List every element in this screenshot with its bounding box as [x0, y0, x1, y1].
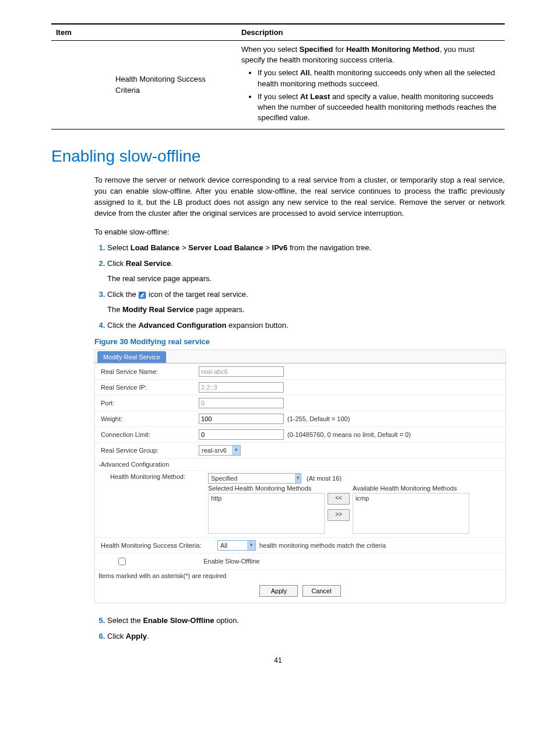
col-header-description: Description — [237, 24, 505, 41]
label-real-service-ip: Real Service IP: — [98, 384, 199, 391]
select-health-monitoring-method[interactable]: Specified▾ — [208, 473, 301, 484]
label-weight: Weight: — [98, 415, 199, 422]
col-header-item: Item — [51, 24, 237, 41]
hint-weight: (1-255, Default = 100) — [287, 415, 350, 422]
required-fields-note: Items marked with an asterisk(*) are req… — [95, 569, 505, 582]
label-real-service-group: Real Service Group: — [98, 447, 199, 454]
description-table: Item Description Health Monitoring Succe… — [51, 23, 505, 130]
apply-button[interactable]: Apply — [259, 585, 298, 597]
step-1: Select Load Balance > Server Load Balanc… — [107, 242, 505, 254]
move-right-button[interactable]: >> — [328, 509, 350, 521]
row-item-label: Health Monitoring Success Criteria — [51, 41, 237, 130]
figure-caption: Figure 30 Modifying real service — [94, 337, 505, 346]
procedure-intro: To enable slow-offline: — [94, 228, 505, 236]
selected-methods-list[interactable]: http — [208, 493, 325, 534]
label-connection-limit: Connection Limit: — [98, 431, 199, 438]
input-real-service-ip[interactable] — [199, 382, 284, 393]
modify-real-service-form: Modify Real Service Real Service Name: R… — [94, 349, 506, 603]
select-real-service-group[interactable]: real-srv6▾ — [199, 445, 241, 456]
section-heading: Enabling slow-offline — [51, 147, 505, 166]
label-success-criteria: Health Monitoring Success Criteria: — [98, 542, 217, 549]
step-4: Click the Advanced Configuration expansi… — [107, 320, 505, 331]
list-item[interactable]: icmp — [356, 495, 466, 502]
intro-paragraph: To remove the server or network device c… — [94, 175, 505, 219]
move-left-button[interactable]: << — [328, 493, 350, 505]
hint-hmm: (At most 16) — [307, 475, 342, 482]
step-2: Click Real Service. The real service pag… — [107, 258, 505, 284]
selected-methods-title: Selected Health Monitoring Methods — [208, 485, 325, 492]
step-3: Click the icon of the target real servic… — [107, 289, 505, 315]
label-health-monitoring-method: Health Monitoring Method: — [98, 473, 208, 480]
advanced-configuration-toggle[interactable]: -Advanced Configuration — [95, 458, 505, 470]
tab-modify-real-service[interactable]: Modify Real Service — [97, 351, 166, 363]
step-6: Click Apply. — [107, 631, 505, 642]
input-weight[interactable] — [199, 414, 284, 424]
label-real-service-name: Real Service Name: — [98, 368, 199, 375]
cancel-button[interactable]: Cancel — [302, 585, 341, 597]
row-item-description: When you select Specified for Health Mon… — [237, 41, 505, 130]
hint-success-criteria: health monitoring methods match the crit… — [259, 542, 386, 549]
chevron-down-icon: ▾ — [295, 473, 301, 484]
input-connection-limit[interactable] — [199, 429, 284, 440]
page-number: 41 — [51, 656, 505, 664]
select-success-criteria[interactable]: All▾ — [217, 540, 256, 551]
chevron-down-icon: ▾ — [232, 445, 241, 456]
edit-icon — [138, 291, 146, 299]
hint-connection-limit: (0-10485760, 0 means no limit, Default =… — [287, 431, 411, 438]
input-port[interactable] — [199, 398, 284, 408]
svg-rect-1 — [140, 296, 145, 297]
label-enable-slow-offline: Enable Slow-Offline — [128, 558, 259, 565]
chevron-down-icon: ▾ — [247, 540, 256, 551]
list-item[interactable]: http — [211, 495, 322, 502]
available-methods-list[interactable]: icmp — [353, 493, 469, 534]
step-5: Select the Enable Slow-Offline option. — [107, 615, 505, 626]
label-port: Port: — [98, 400, 199, 407]
input-real-service-name[interactable] — [199, 366, 284, 377]
available-methods-title: Available Health Monitoring Methods — [353, 485, 469, 492]
bullet-at-least: If you select At Least and specify a val… — [258, 92, 500, 124]
bullet-all: If you select All, health monitoring suc… — [258, 68, 500, 89]
checkbox-enable-slow-offline[interactable] — [118, 558, 126, 565]
